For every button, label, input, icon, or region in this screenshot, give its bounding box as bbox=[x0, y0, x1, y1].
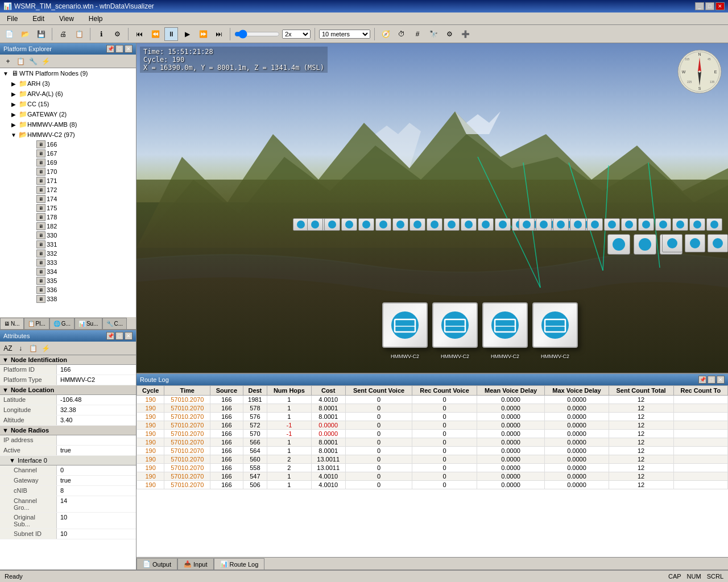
settings-btn[interactable]: ⚙ bbox=[442, 27, 456, 41]
tree-item-node-182[interactable]: 🖥 182 bbox=[0, 222, 136, 231]
tree-item-node-167[interactable]: 🖥 167 bbox=[0, 149, 136, 158]
table-row[interactable]: 190 57010.2070 166 576 1 8.0001 0 0 0.00… bbox=[137, 413, 728, 421]
route-log-pin[interactable]: 📌 bbox=[698, 376, 706, 384]
tree-item-node-175[interactable]: 🖥 175 bbox=[0, 203, 136, 213]
menu-help[interactable]: Help bbox=[84, 14, 107, 24]
tree-item-node-330[interactable]: 🖥 330 bbox=[0, 231, 136, 240]
view-3d[interactable]: Time: 15:51:21:28 Cycle: 190 X = 16390.0… bbox=[136, 43, 728, 373]
tab-output[interactable]: 📄 Output bbox=[136, 558, 177, 569]
copy-btn[interactable]: 📋 bbox=[72, 27, 86, 41]
save-btn[interactable]: 💾 bbox=[34, 27, 48, 41]
panel-float-btn[interactable]: □ bbox=[115, 45, 123, 53]
tree-item-node-334[interactable]: 🖥 334 bbox=[0, 267, 136, 276]
open-btn[interactable]: 📂 bbox=[18, 27, 32, 41]
tree-item-node-331[interactable]: 🖥 331 bbox=[0, 240, 136, 249]
left-tab-pl[interactable]: 📋 Pl... bbox=[24, 318, 49, 329]
left-tab-g[interactable]: 🌐 G... bbox=[49, 318, 75, 329]
root-expand[interactable]: ▼ bbox=[1, 69, 10, 78]
table-row[interactable]: 190 57010.2070 166 560 2 13.0011 0 0 0.0… bbox=[137, 455, 728, 464]
clock-btn[interactable]: ⏱ bbox=[395, 27, 408, 41]
table-row[interactable]: 190 57010.2070 166 570 -1 0.0000 0 0 0.0… bbox=[137, 430, 728, 438]
print-btn[interactable]: 🖨 bbox=[56, 27, 70, 41]
attr-sort-btn[interactable]: AZ bbox=[2, 343, 14, 354]
arh-expand[interactable]: ▶ bbox=[9, 79, 18, 88]
plus-btn[interactable]: ➕ bbox=[458, 27, 472, 41]
attr-lightning-btn[interactable]: ⚡ bbox=[40, 343, 51, 354]
tree-item-hmmwvamb[interactable]: ▶ 📁 HMMWV-AMB (8) bbox=[0, 119, 136, 130]
tab-routelog[interactable]: 📊 Route Log bbox=[214, 558, 265, 569]
tree-item-node-170[interactable]: 🖥 170 bbox=[0, 167, 136, 176]
tree-toolbar-btn2[interactable]: 📋 bbox=[15, 56, 26, 67]
attr-float-btn[interactable]: □ bbox=[115, 332, 123, 340]
attr-close-btn[interactable]: ✕ bbox=[125, 332, 133, 340]
tree-item-node-335[interactable]: 🖥 335 bbox=[0, 276, 136, 285]
cc-expand[interactable]: ▶ bbox=[9, 99, 18, 109]
tree-item-node-172[interactable]: 🖥 172 bbox=[0, 185, 136, 194]
tree-item-node-166[interactable]: 🖥 166 bbox=[0, 140, 136, 149]
tree-item-hmmwvc2[interactable]: ▼ 📂 HMMWV-C2 (97) bbox=[0, 130, 136, 140]
hmmwvamb-expand[interactable]: ▶ bbox=[9, 120, 18, 129]
tree-item-node-336[interactable]: 🖥 336 bbox=[0, 285, 136, 294]
close-button[interactable]: ✕ bbox=[715, 2, 725, 10]
arval-expand[interactable]: ▶ bbox=[9, 89, 18, 98]
table-row[interactable]: 190 57010.2070 166 1981 1 4.0010 0 0 0.0… bbox=[137, 396, 728, 404]
tree-item-node-338[interactable]: 🖥 338 bbox=[0, 294, 136, 304]
table-row[interactable]: 190 57010.2070 166 558 2 13.0011 0 0 0.0… bbox=[137, 464, 728, 472]
hmmwvc2-expand[interactable]: ▼ bbox=[9, 130, 18, 139]
info-btn[interactable]: ℹ bbox=[94, 27, 108, 41]
attr-filter-btn[interactable]: ↓ bbox=[15, 343, 26, 354]
table-row[interactable]: 190 57010.2070 166 506 1 4.0010 0 0 0.00… bbox=[137, 481, 728, 489]
left-tab-c[interactable]: 🔧 C... bbox=[102, 318, 127, 329]
table-row[interactable]: 190 57010.2070 166 564 1 8.0001 0 0 0.00… bbox=[137, 447, 728, 455]
view-btn[interactable]: 🔭 bbox=[427, 27, 440, 41]
speed-slider[interactable] bbox=[234, 30, 280, 39]
attr-pin-btn[interactable]: 📌 bbox=[106, 332, 114, 340]
tree-item-cc[interactable]: ▶ 📁 CC (15) bbox=[0, 99, 136, 109]
menu-view[interactable]: View bbox=[55, 14, 78, 24]
tree-item-node-178[interactable]: 🖥 178 bbox=[0, 213, 136, 222]
tree-item-arval[interactable]: ▶ 📁 ARV-A(L) (6) bbox=[0, 89, 136, 99]
tree-item-gateway[interactable]: ▶ 📁 GATEWAY (2) bbox=[0, 109, 136, 119]
panel-close-btn[interactable]: ✕ bbox=[125, 45, 133, 53]
fastforward-btn[interactable]: ⏩ bbox=[196, 27, 210, 41]
left-tab-su[interactable]: 📊 Su... bbox=[75, 318, 102, 329]
gear-btn[interactable]: ⚙ bbox=[110, 27, 124, 41]
tree-container[interactable]: ▼ 🖥 WTN Platform Nodes (9) ▶ 📁 ARH (3) ▶… bbox=[0, 68, 136, 317]
maximize-button[interactable]: □ bbox=[705, 2, 714, 10]
speed-select[interactable]: 2x 1x 4x bbox=[282, 30, 311, 39]
tree-item-node-174[interactable]: 🖥 174 bbox=[0, 194, 136, 203]
grid-btn[interactable]: # bbox=[411, 27, 424, 41]
route-table-wrapper[interactable]: Cycle Time Source Dest Num Hops Cost Sen… bbox=[136, 385, 728, 557]
minimize-button[interactable]: _ bbox=[695, 2, 704, 10]
route-log-float[interactable]: □ bbox=[708, 376, 715, 384]
fastforward-end-btn[interactable]: ⏭ bbox=[212, 27, 226, 41]
tree-item-node-332[interactable]: 🖥 332 bbox=[0, 249, 136, 258]
tree-toolbar-btn1[interactable]: + bbox=[2, 56, 14, 67]
pause-btn[interactable]: ⏸ bbox=[164, 27, 178, 41]
rewind-start-btn[interactable]: ⏮ bbox=[133, 27, 146, 41]
table-row[interactable]: 190 57010.2070 166 566 1 8.0001 0 0 0.00… bbox=[137, 438, 728, 447]
left-tab-n[interactable]: 🖥 N... bbox=[0, 318, 24, 329]
route-log-close[interactable]: ✕ bbox=[717, 376, 725, 384]
rewind-btn[interactable]: ⏪ bbox=[148, 27, 162, 41]
pin-button[interactable]: 📌 bbox=[106, 45, 114, 53]
tree-item-node-169[interactable]: 🖥 169 bbox=[0, 158, 136, 167]
table-row[interactable]: 190 57010.2070 166 578 1 8.0001 0 0 0.00… bbox=[137, 404, 728, 413]
distance-select[interactable]: 10 meters 100 meters bbox=[319, 30, 370, 39]
table-row[interactable]: 190 57010.2070 166 572 -1 0.0000 0 0 0.0… bbox=[137, 421, 728, 430]
tab-input[interactable]: 📥 Input bbox=[177, 558, 213, 569]
tree-toolbar-btn3[interactable]: 🔧 bbox=[27, 56, 39, 67]
tree-root[interactable]: ▼ 🖥 WTN Platform Nodes (9) bbox=[0, 68, 136, 78]
new-btn[interactable]: 📄 bbox=[2, 27, 16, 41]
table-row[interactable]: 190 57010.2070 166 547 1 4.0010 0 0 0.00… bbox=[137, 472, 728, 481]
play-btn[interactable]: ▶ bbox=[180, 27, 194, 41]
tree-toolbar-btn4[interactable]: ⚡ bbox=[40, 56, 51, 67]
menu-file[interactable]: File bbox=[2, 14, 22, 24]
tree-item-node-171[interactable]: 🖥 171 bbox=[0, 176, 136, 185]
compass-btn[interactable]: 🧭 bbox=[379, 27, 392, 41]
gateway-expand[interactable]: ▶ bbox=[9, 110, 18, 119]
attr-copy-btn[interactable]: 📋 bbox=[27, 343, 39, 354]
tree-item-node-333[interactable]: 🖥 333 bbox=[0, 258, 136, 267]
menu-edit[interactable]: Edit bbox=[28, 14, 49, 24]
tree-item-arh[interactable]: ▶ 📁 ARH (3) bbox=[0, 78, 136, 89]
